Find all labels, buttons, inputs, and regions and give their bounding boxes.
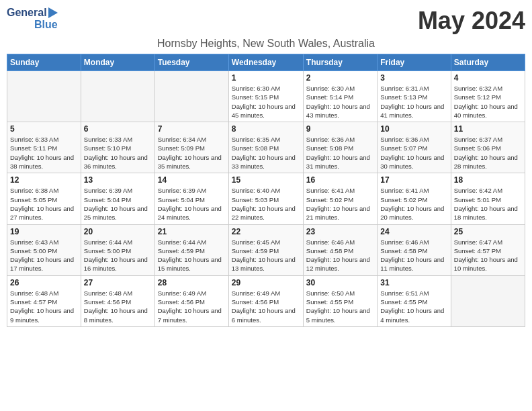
location: Hornsby Heights, New South Wales, Austra… bbox=[7, 38, 525, 50]
day-number: 17 bbox=[380, 175, 447, 185]
day-info: Sunrise: 6:33 AMSunset: 5:10 PMDaylight:… bbox=[84, 135, 152, 171]
day-info: Sunrise: 6:42 AMSunset: 5:01 PMDaylight:… bbox=[454, 186, 522, 222]
day-cell: 5Sunrise: 6:33 AMSunset: 5:11 PMDaylight… bbox=[7, 122, 81, 173]
day-info: Sunrise: 6:37 AMSunset: 5:06 PMDaylight:… bbox=[454, 135, 522, 171]
weekday-monday: Monday bbox=[81, 54, 154, 71]
weekday-wednesday: Wednesday bbox=[228, 54, 303, 71]
day-number: 19 bbox=[10, 227, 78, 236]
day-info: Sunrise: 6:49 AMSunset: 4:56 PMDaylight:… bbox=[232, 289, 300, 324]
day-cell: 29Sunrise: 6:49 AMSunset: 4:56 PMDayligh… bbox=[228, 275, 303, 326]
day-number: 22 bbox=[232, 227, 300, 236]
day-number: 8 bbox=[232, 124, 300, 134]
day-cell: 7Sunrise: 6:34 AMSunset: 5:09 PMDaylight… bbox=[154, 122, 228, 173]
day-cell: 28Sunrise: 6:49 AMSunset: 4:56 PMDayligh… bbox=[154, 275, 228, 326]
day-cell: 19Sunrise: 6:43 AMSunset: 5:00 PMDayligh… bbox=[7, 224, 81, 275]
day-cell: 22Sunrise: 6:45 AMSunset: 4:59 PMDayligh… bbox=[228, 224, 303, 275]
week-row-4: 19Sunrise: 6:43 AMSunset: 5:00 PMDayligh… bbox=[7, 224, 525, 275]
day-info: Sunrise: 6:30 AMSunset: 5:14 PMDaylight:… bbox=[306, 84, 374, 120]
logo: General Blue bbox=[7, 7, 58, 30]
day-cell: 16Sunrise: 6:41 AMSunset: 5:02 PMDayligh… bbox=[303, 173, 377, 224]
day-cell: 10Sunrise: 6:36 AMSunset: 5:07 PMDayligh… bbox=[378, 122, 451, 173]
day-info: Sunrise: 6:49 AMSunset: 4:56 PMDaylight:… bbox=[158, 289, 226, 324]
month-title: May 2024 bbox=[418, 7, 525, 35]
day-info: Sunrise: 6:44 AMSunset: 5:00 PMDaylight:… bbox=[84, 238, 152, 273]
day-cell: 4Sunrise: 6:32 AMSunset: 5:12 PMDaylight… bbox=[451, 71, 525, 122]
week-row-3: 12Sunrise: 6:38 AMSunset: 5:05 PMDayligh… bbox=[7, 173, 525, 224]
day-number: 11 bbox=[454, 124, 522, 134]
day-info: Sunrise: 6:35 AMSunset: 5:08 PMDaylight:… bbox=[232, 135, 300, 171]
page-header: General Blue May 2024 bbox=[7, 7, 525, 35]
day-cell: 20Sunrise: 6:44 AMSunset: 5:00 PMDayligh… bbox=[81, 224, 154, 275]
day-info: Sunrise: 6:41 AMSunset: 5:02 PMDaylight:… bbox=[306, 186, 374, 222]
day-number: 12 bbox=[10, 175, 78, 185]
weekday-saturday: Saturday bbox=[451, 54, 525, 71]
day-cell: 14Sunrise: 6:39 AMSunset: 5:04 PMDayligh… bbox=[154, 173, 228, 224]
day-number: 27 bbox=[84, 278, 152, 287]
day-cell: 23Sunrise: 6:46 AMSunset: 4:58 PMDayligh… bbox=[303, 224, 377, 275]
day-number: 2 bbox=[306, 73, 374, 83]
day-info: Sunrise: 6:31 AMSunset: 5:13 PMDaylight:… bbox=[380, 84, 447, 120]
day-cell: 1Sunrise: 6:30 AMSunset: 5:15 PMDaylight… bbox=[228, 71, 303, 122]
weekday-thursday: Thursday bbox=[303, 54, 377, 71]
day-number: 25 bbox=[454, 227, 522, 236]
day-number: 20 bbox=[84, 227, 152, 236]
day-info: Sunrise: 6:39 AMSunset: 5:04 PMDaylight:… bbox=[84, 186, 152, 222]
week-row-2: 5Sunrise: 6:33 AMSunset: 5:11 PMDaylight… bbox=[7, 122, 525, 173]
day-number: 4 bbox=[454, 73, 522, 83]
day-number: 23 bbox=[306, 227, 374, 236]
day-number: 28 bbox=[158, 278, 226, 287]
day-number: 13 bbox=[84, 175, 152, 185]
day-number: 24 bbox=[380, 227, 447, 236]
day-number: 5 bbox=[10, 124, 78, 134]
day-cell: 25Sunrise: 6:47 AMSunset: 4:57 PMDayligh… bbox=[451, 224, 525, 275]
day-info: Sunrise: 6:30 AMSunset: 5:15 PMDaylight:… bbox=[232, 84, 300, 120]
day-cell: 2Sunrise: 6:30 AMSunset: 5:14 PMDaylight… bbox=[303, 71, 377, 122]
day-info: Sunrise: 6:45 AMSunset: 4:59 PMDaylight:… bbox=[232, 238, 300, 273]
day-cell: 11Sunrise: 6:37 AMSunset: 5:06 PMDayligh… bbox=[451, 122, 525, 173]
day-info: Sunrise: 6:46 AMSunset: 4:58 PMDaylight:… bbox=[306, 238, 374, 273]
calendar-table: SundayMondayTuesdayWednesdayThursdayFrid… bbox=[7, 54, 525, 327]
day-cell: 18Sunrise: 6:42 AMSunset: 5:01 PMDayligh… bbox=[451, 173, 525, 224]
day-cell: 31Sunrise: 6:51 AMSunset: 4:55 PMDayligh… bbox=[378, 275, 451, 326]
day-info: Sunrise: 6:33 AMSunset: 5:11 PMDaylight:… bbox=[10, 135, 78, 171]
day-number: 26 bbox=[10, 278, 78, 287]
day-cell bbox=[7, 71, 81, 122]
week-row-1: 1Sunrise: 6:30 AMSunset: 5:15 PMDaylight… bbox=[7, 71, 525, 122]
day-cell bbox=[451, 275, 525, 326]
day-info: Sunrise: 6:36 AMSunset: 5:07 PMDaylight:… bbox=[380, 135, 447, 171]
day-number: 29 bbox=[232, 278, 300, 287]
weekday-header-row: SundayMondayTuesdayWednesdayThursdayFrid… bbox=[7, 54, 525, 71]
day-info: Sunrise: 6:39 AMSunset: 5:04 PMDaylight:… bbox=[158, 186, 226, 222]
day-cell: 24Sunrise: 6:46 AMSunset: 4:58 PMDayligh… bbox=[378, 224, 451, 275]
day-info: Sunrise: 6:47 AMSunset: 4:57 PMDaylight:… bbox=[454, 238, 522, 273]
week-row-5: 26Sunrise: 6:48 AMSunset: 4:57 PMDayligh… bbox=[7, 275, 525, 326]
day-number: 21 bbox=[158, 227, 226, 236]
day-number: 3 bbox=[380, 73, 447, 83]
logo-blue: Blue bbox=[34, 19, 58, 31]
day-cell bbox=[154, 71, 228, 122]
day-number: 10 bbox=[380, 124, 447, 134]
day-cell: 21Sunrise: 6:44 AMSunset: 4:59 PMDayligh… bbox=[154, 224, 228, 275]
day-cell: 9Sunrise: 6:36 AMSunset: 5:08 PMDaylight… bbox=[303, 122, 377, 173]
day-info: Sunrise: 6:36 AMSunset: 5:08 PMDaylight:… bbox=[306, 135, 374, 171]
day-number: 15 bbox=[232, 175, 300, 185]
day-cell: 6Sunrise: 6:33 AMSunset: 5:10 PMDaylight… bbox=[81, 122, 154, 173]
weekday-sunday: Sunday bbox=[7, 54, 81, 71]
day-number: 18 bbox=[454, 175, 522, 185]
day-number: 6 bbox=[84, 124, 152, 134]
day-info: Sunrise: 6:50 AMSunset: 4:55 PMDaylight:… bbox=[306, 289, 374, 324]
day-info: Sunrise: 6:34 AMSunset: 5:09 PMDaylight:… bbox=[158, 135, 226, 171]
logo-general: General bbox=[7, 7, 47, 19]
day-cell: 17Sunrise: 6:41 AMSunset: 5:02 PMDayligh… bbox=[378, 173, 451, 224]
day-number: 1 bbox=[232, 73, 300, 83]
day-number: 30 bbox=[306, 278, 374, 287]
logo-arrow-icon bbox=[48, 7, 58, 18]
day-number: 31 bbox=[380, 278, 447, 287]
day-info: Sunrise: 6:46 AMSunset: 4:58 PMDaylight:… bbox=[380, 238, 447, 273]
day-info: Sunrise: 6:51 AMSunset: 4:55 PMDaylight:… bbox=[380, 289, 447, 324]
day-info: Sunrise: 6:32 AMSunset: 5:12 PMDaylight:… bbox=[454, 84, 522, 120]
day-cell: 8Sunrise: 6:35 AMSunset: 5:08 PMDaylight… bbox=[228, 122, 303, 173]
day-number: 7 bbox=[158, 124, 226, 134]
day-info: Sunrise: 6:40 AMSunset: 5:03 PMDaylight:… bbox=[232, 186, 300, 222]
day-cell: 27Sunrise: 6:48 AMSunset: 4:56 PMDayligh… bbox=[81, 275, 154, 326]
